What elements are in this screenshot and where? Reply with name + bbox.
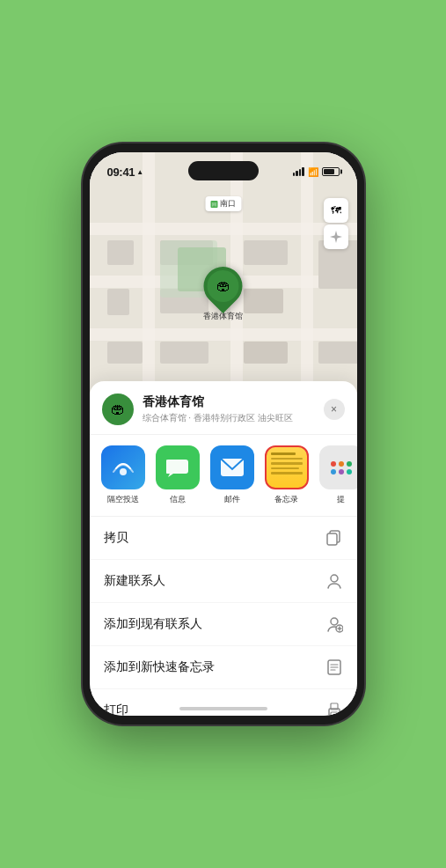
- wifi-icon: 📶: [308, 167, 318, 177]
- print-label: 打印: [104, 702, 128, 716]
- share-row: 隔空投送 信息: [90, 435, 357, 517]
- notes-label: 备忘录: [274, 494, 298, 505]
- phone-frame: 09:41 ▲ 📶: [83, 143, 364, 725]
- bottom-sheet: 🏟 香港体育馆 综合体育馆 · 香港特别行政区 油尖旺区 ×: [90, 381, 357, 716]
- svg-rect-8: [107, 289, 129, 315]
- svg-rect-12: [244, 240, 288, 265]
- copy-label: 拷贝: [104, 530, 128, 546]
- svg-rect-13: [244, 289, 283, 313]
- phone-screen: 09:41 ▲ 📶: [90, 152, 357, 716]
- map-label-text: 南口: [220, 198, 236, 210]
- share-item-notes[interactable]: 备忘录: [262, 445, 311, 505]
- svg-point-20: [120, 468, 127, 475]
- status-time: 09:41: [107, 166, 135, 179]
- svg-rect-1: [90, 223, 357, 235]
- notes-icon-box: [265, 445, 309, 489]
- messages-label: 信息: [170, 494, 186, 505]
- signal-bars: [293, 167, 304, 176]
- add-notes-icon: [325, 658, 343, 676]
- mail-label: 邮件: [224, 494, 240, 505]
- svg-point-25: [331, 618, 338, 625]
- add-notes-label: 添加到新快速备忘录: [104, 659, 215, 675]
- venue-pin-icon: 🏟: [216, 278, 230, 294]
- close-icon: ×: [331, 403, 337, 416]
- airdrop-icon: [112, 456, 135, 479]
- map-type-button[interactable]: 🗺: [324, 198, 348, 223]
- print-icon: [325, 702, 343, 716]
- new-contact-label: 新建联系人: [104, 573, 165, 589]
- action-copy[interactable]: 拷贝: [90, 517, 357, 560]
- sheet-header: 🏟 香港体育馆 综合体育馆 · 香港特别行政区 油尖旺区 ×: [90, 381, 357, 435]
- action-list: 拷贝 新建联系人 添加到现有联系人: [90, 517, 357, 716]
- svg-rect-23: [327, 533, 337, 545]
- more-label: 提: [337, 494, 345, 505]
- location-button[interactable]: [324, 224, 348, 249]
- svg-rect-16: [160, 342, 208, 364]
- venue-small-icon: 🏟: [111, 401, 125, 417]
- svg-rect-17: [244, 342, 288, 364]
- svg-rect-15: [107, 342, 143, 364]
- share-item-mail[interactable]: 邮件: [208, 445, 257, 505]
- location-icon: ▲: [136, 168, 143, 176]
- venue-info: 香港体育馆 综合体育馆 · 香港特别行政区 油尖旺区: [143, 394, 324, 424]
- action-new-contact[interactable]: 新建联系人: [90, 560, 357, 603]
- map-controls: 🗺: [324, 198, 348, 249]
- venue-pin: 🏟 香港体育馆: [203, 267, 243, 322]
- venue-icon-small: 🏟: [102, 394, 134, 425]
- messages-icon: [166, 456, 189, 479]
- add-existing-icon: [325, 615, 343, 633]
- venue-name: 香港体育馆: [143, 394, 324, 410]
- battery-icon: [322, 167, 340, 176]
- new-contact-icon: [325, 572, 343, 590]
- copy-icon: [325, 529, 343, 547]
- add-existing-label: 添加到现有联系人: [104, 616, 202, 632]
- map-label: 回 南口: [205, 196, 241, 211]
- dynamic-island: [188, 161, 259, 180]
- share-item-more[interactable]: 提: [317, 445, 357, 505]
- svg-rect-35: [331, 712, 338, 716]
- action-add-notes[interactable]: 添加到新快速备忘录: [90, 646, 357, 689]
- svg-rect-18: [318, 342, 357, 364]
- airdrop-label: 隔空投送: [107, 494, 139, 505]
- close-button[interactable]: ×: [324, 399, 345, 420]
- svg-rect-7: [107, 240, 134, 265]
- share-item-messages[interactable]: 信息: [153, 445, 202, 505]
- home-indicator: [179, 707, 267, 710]
- share-item-airdrop[interactable]: 隔空投送: [99, 445, 148, 505]
- venue-subtitle: 综合体育馆 · 香港特别行政区 油尖旺区: [143, 412, 324, 424]
- svg-point-24: [331, 575, 338, 582]
- mail-icon: [220, 458, 245, 477]
- status-icons: 📶: [293, 167, 340, 177]
- map-type-icon: 🗺: [331, 204, 341, 217]
- action-print[interactable]: 打印: [90, 689, 357, 716]
- action-add-existing[interactable]: 添加到现有联系人: [90, 603, 357, 646]
- svg-rect-3: [90, 328, 357, 341]
- location-icon: [330, 231, 342, 243]
